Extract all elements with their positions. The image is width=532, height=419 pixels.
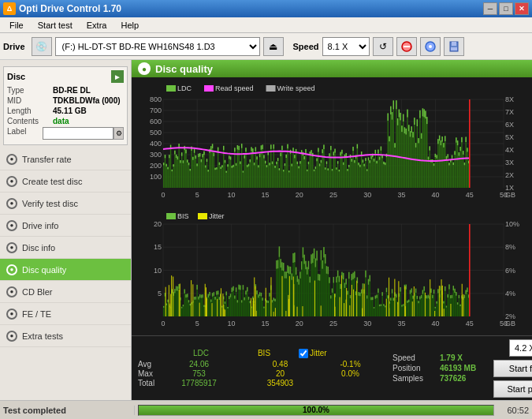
app-title: Opti Drive Control 1.70 xyxy=(19,3,121,14)
status-text: Test completed xyxy=(3,406,135,415)
samples-row: Samples 737626 xyxy=(392,374,487,383)
sidebar-item-extra-tests[interactable]: ● Extra tests xyxy=(0,325,131,347)
menu-help[interactable]: Help xyxy=(114,19,145,32)
rip-button[interactable] xyxy=(420,37,441,56)
jitter-checkbox[interactable] xyxy=(299,349,308,358)
disc-label-label: Label xyxy=(7,127,43,140)
samples-stat-value: 737626 xyxy=(440,374,487,383)
extra-tests-icon: ● xyxy=(6,331,17,342)
disc-length-label: Length xyxy=(7,107,53,115)
sidebar-item-label: Drive info xyxy=(22,221,58,230)
verify-test-disc-icon: ● xyxy=(6,198,17,209)
label-total: Total xyxy=(138,379,169,387)
sidebar-item-disc-quality[interactable]: ● Disc quality xyxy=(0,259,131,281)
create-test-disc-icon: ● xyxy=(6,176,17,187)
menu-extra[interactable]: Extra xyxy=(80,19,113,32)
progress-area: 100.0% xyxy=(138,405,494,416)
stats-row-max: Max 753 20 0.0% xyxy=(138,369,380,378)
sidebar-item-label: Disc quality xyxy=(22,265,66,275)
disc-type-value: BD-RE DL xyxy=(53,86,91,95)
avg-jitter: -0.1% xyxy=(321,360,380,368)
sidebar-item-cd-bler[interactable]: ● CD Bler xyxy=(0,281,131,303)
menubar: File Start test Extra Help xyxy=(0,17,532,33)
speed-label: Speed xyxy=(293,42,319,51)
disc-panel: Disc ► Type BD-RE DL MID TDKBLDWfa (000)… xyxy=(3,66,128,145)
speed-stat-label: Speed xyxy=(392,354,435,362)
disc-info-icon: ● xyxy=(6,242,17,253)
speed-select[interactable]: 8.1 X xyxy=(322,37,370,56)
window-controls: ─ □ ✕ xyxy=(483,2,529,15)
speed-select2[interactable]: 4.2 X xyxy=(509,339,532,357)
drive-label: Drive xyxy=(3,42,25,51)
disc-length-value: 45.11 GB xyxy=(53,107,87,115)
right-stats: Speed 1.79 X Position 46193 MB Samples 7… xyxy=(392,354,487,383)
save-button[interactable] xyxy=(444,37,464,56)
svg-rect-5 xyxy=(452,42,456,46)
col-ldc: LDC xyxy=(169,349,233,358)
eject-button[interactable]: ⏏ xyxy=(263,37,284,56)
progress-bar: 100.0% xyxy=(138,405,494,416)
jitter-checkbox-area: Jitter xyxy=(299,349,327,358)
titlebar: Δ Opti Drive Control 1.70 ─ □ ✕ xyxy=(0,0,532,17)
minimize-button[interactable]: ─ xyxy=(483,2,497,15)
stats-header: LDC BIS Jitter xyxy=(138,349,380,358)
max-ldc: 753 xyxy=(169,369,229,378)
sidebar-item-label: Extra tests xyxy=(22,331,63,341)
toolbar: Drive 💿 (F:) HL-DT-ST BD-RE WH16NS48 1.D… xyxy=(0,33,532,60)
position-row: Position 46193 MB xyxy=(392,364,487,372)
sidebar-item-disc-info[interactable]: ● Disc info xyxy=(0,237,131,259)
menu-start-test[interactable]: Start test xyxy=(32,19,79,32)
disc-quality-icon-header: ● xyxy=(138,62,151,75)
disc-panel-header: Disc ► xyxy=(7,70,124,83)
sidebar-item-verify-test-disc[interactable]: ● Verify test disc xyxy=(0,193,131,215)
position-stat-value: 46193 MB xyxy=(440,364,487,372)
sidebar-item-transfer-rate[interactable]: ● Transfer rate xyxy=(0,148,131,170)
main-area: Disc ► Type BD-RE DL MID TDKBLDWfa (000)… xyxy=(0,60,532,400)
disc-contents-row: Contents data xyxy=(7,117,124,125)
sidebar-item-label: FE / TE xyxy=(22,309,51,319)
disc-mid-label: MID xyxy=(7,96,53,105)
disc-contents-value: data xyxy=(53,117,69,125)
disc-quality-title: Disc quality xyxy=(155,63,213,75)
speed-row: Speed 1.79 X xyxy=(392,354,487,362)
sidebar-item-drive-info[interactable]: ● Drive info xyxy=(0,215,131,237)
samples-stat-label: Samples xyxy=(392,374,435,383)
disc-panel-toggle[interactable]: ► xyxy=(111,70,124,83)
drive-icon: 💿 xyxy=(32,37,52,56)
sidebar-item-create-test-disc[interactable]: ● Create test disc xyxy=(0,170,131,193)
max-jitter: 0.0% xyxy=(321,369,380,378)
label-max: Max xyxy=(138,369,169,378)
bis-canvas xyxy=(132,207,532,335)
content-area: ● Disc quality LDC BIS xyxy=(132,60,532,400)
col-jitter: Jitter xyxy=(310,349,327,357)
disc-label-input[interactable] xyxy=(43,127,113,140)
speed-stat-value: 1.79 X xyxy=(440,354,487,362)
start-full-button[interactable]: Start full xyxy=(493,360,532,377)
maximize-button[interactable]: □ xyxy=(499,2,513,15)
sidebar-item-fe-te[interactable]: ● FE / TE xyxy=(0,303,131,325)
disc-type-row: Type BD-RE DL xyxy=(7,86,124,95)
disc-label-row: Label ⚙ xyxy=(7,127,124,140)
sidebar-item-label: Create test disc xyxy=(22,177,82,186)
disc-type-label: Type xyxy=(7,86,53,95)
total-ldc: 17785917 xyxy=(169,379,229,387)
start-part-button[interactable]: Start part xyxy=(493,380,532,398)
disc-quality-header: ● Disc quality xyxy=(132,60,532,77)
disc-mid-value: TDKBLDWfa (000) xyxy=(53,96,121,105)
avg-ldc: 24.06 xyxy=(169,360,229,368)
titlebar-left: Δ Opti Drive Control 1.70 xyxy=(3,2,121,15)
progress-text: 100.0% xyxy=(139,406,493,415)
stats-table: LDC BIS Jitter Avg 24.06 0.48 -0.1% Max … xyxy=(138,349,380,388)
menu-file[interactable]: File xyxy=(3,19,30,32)
close-button[interactable]: ✕ xyxy=(515,2,529,15)
label-gear-button[interactable]: ⚙ xyxy=(113,127,124,140)
avg-bis: 0.48 xyxy=(251,360,310,368)
disc-length-row: Length 45.11 GB xyxy=(7,107,124,115)
erase-button[interactable] xyxy=(396,37,417,56)
refresh-button[interactable]: ↺ xyxy=(373,37,393,56)
svg-point-3 xyxy=(429,45,432,48)
disc-mid-row: MID TDKBLDWfa (000) xyxy=(7,96,124,105)
app-icon: Δ xyxy=(3,2,16,15)
drive-select[interactable]: (F:) HL-DT-ST BD-RE WH16NS48 1.D3 xyxy=(55,37,260,56)
sidebar-item-label: Verify test disc xyxy=(22,199,78,208)
